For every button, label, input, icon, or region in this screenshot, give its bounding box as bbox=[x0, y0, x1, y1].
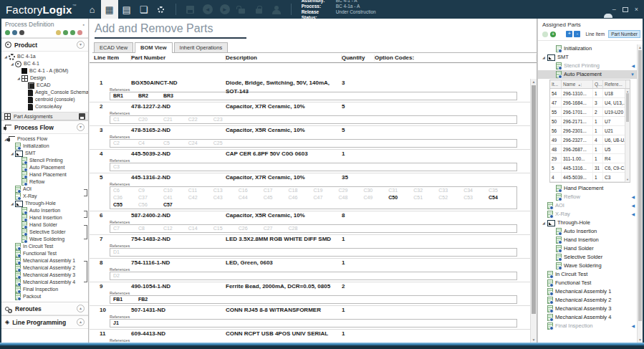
bom-row[interactable]: 8754-1116-1-NDLED, Green, 06031Reference… bbox=[90, 259, 530, 282]
unlock-icon[interactable] bbox=[234, 0, 251, 19]
tree-item-wave-soldering[interactable]: Wave Soldering bbox=[1, 236, 88, 243]
chevron-left-icon[interactable]: ◀ bbox=[631, 201, 635, 210]
tree-item-reflow[interactable]: Reflow bbox=[1, 178, 88, 186]
gear-icon[interactable] bbox=[153, 0, 170, 19]
grid-row[interactable]: 50296-2171...1U7 bbox=[550, 117, 630, 126]
redo-icon[interactable]: ► bbox=[216, 0, 234, 19]
grid-row[interactable]: 56296-2301...1U21 bbox=[550, 126, 630, 135]
tree-item-initialization[interactable]: Initialization bbox=[1, 143, 88, 150]
tree-item-aegis-console-schema-[interactable]: Aegis_Console Schema... bbox=[1, 89, 88, 96]
tree-item-consoleasy[interactable]: ConsoleAsy bbox=[1, 103, 88, 110]
assigned-tree-item-wave-soldering[interactable]: Wave Soldering bbox=[538, 262, 637, 270]
bom-row[interactable]: 6587-2400-2-NDCapacitor, X5R Ceramic, 10… bbox=[90, 211, 530, 235]
expand-section-icon[interactable]: ▴ bbox=[77, 305, 85, 312]
tree-item-auto-insertion[interactable]: Auto Insertion bbox=[1, 207, 88, 214]
restore-button[interactable] bbox=[623, 7, 628, 12]
minimize-button[interactable]: – bbox=[612, 6, 616, 13]
tree-item-x-ray[interactable]: X-Ray bbox=[1, 193, 88, 200]
tree-item-smt[interactable]: ◢SMT bbox=[1, 150, 88, 157]
tab-inherit-operations[interactable]: Inherit Operations bbox=[174, 42, 229, 52]
tree-item-auto-placement[interactable]: Auto Placement bbox=[1, 164, 88, 171]
scroll-up-icon[interactable]: ▲ bbox=[638, 45, 643, 49]
home-icon[interactable]: ⌂ bbox=[84, 0, 101, 19]
section-reroutes[interactable]: Reroutes ▴ bbox=[1, 302, 88, 315]
tree-item-stencil-printing[interactable]: Stencil Printing bbox=[1, 157, 88, 164]
tree-item-aoi[interactable]: AOI bbox=[1, 186, 88, 193]
release-icon[interactable] bbox=[268, 0, 285, 19]
scroll-thumb[interactable] bbox=[638, 50, 642, 321]
line-item-toggle[interactable]: Line Item bbox=[583, 31, 607, 37]
assigned-tree-item-mechanical-assembly-1[interactable]: Mechanical Assembly 1 bbox=[538, 287, 637, 296]
add-icon[interactable]: + bbox=[550, 32, 556, 37]
assigned-tree-item-mechanical-assembly-2[interactable]: Mechanical Assembly 2 bbox=[538, 296, 637, 305]
tree-item-design[interactable]: ◢Design bbox=[1, 75, 88, 82]
tree-item-process-flow[interactable]: ◢Process Flow bbox=[1, 135, 88, 143]
assigned-tree-item-stencil-printing[interactable]: Stencil Printing◀ bbox=[538, 62, 637, 70]
tree-item-packout[interactable]: Packout bbox=[1, 293, 88, 300]
assigned-tree-item-initialization[interactable]: Initialization bbox=[538, 44, 637, 53]
grid-row[interactable]: 55296-1701...2U19-U20 bbox=[550, 107, 630, 117]
tree-item-in-circuit-test[interactable]: In Circuit Test bbox=[1, 243, 88, 250]
chevron-down-icon[interactable]: ▼ bbox=[630, 70, 635, 79]
column-header[interactable]: Quantity bbox=[342, 54, 375, 61]
grid-column-header[interactable]: Q... bbox=[593, 80, 603, 88]
bom-row[interactable]: 4445-5039-2-NDCAP CER 6.8PF 50V C0G 0603… bbox=[90, 150, 530, 173]
status-icon-green[interactable] bbox=[5, 30, 10, 35]
expander-icon[interactable]: ◢ bbox=[542, 219, 547, 227]
assigned-tree-item-reflow[interactable]: Reflow◀ bbox=[538, 193, 637, 201]
windows-icon[interactable]: ❏ bbox=[135, 0, 153, 19]
column-header[interactable]: Part Number bbox=[131, 54, 226, 61]
tree-item-bc-4-1[interactable]: ◢BC 4-1 bbox=[1, 60, 88, 67]
tree-item-selective-solder[interactable]: Selective Solder bbox=[1, 229, 88, 236]
assigned-tree-item-through-hole[interactable]: ◢Through-Hole bbox=[538, 219, 637, 227]
grid-row[interactable]: 4445-5039...1C3 bbox=[550, 173, 630, 182]
documents-icon[interactable]: ▤ bbox=[118, 0, 135, 19]
pin-icon[interactable]: ▪ bbox=[83, 22, 85, 27]
status-icon-blue[interactable] bbox=[12, 30, 17, 35]
collapse-all-icon[interactable]: - bbox=[574, 31, 580, 37]
flag-icon-green[interactable] bbox=[63, 30, 68, 35]
bom-row[interactable]: 10507-1431-NDCONN RJ45 8-8 W/TRANSFORMER… bbox=[90, 306, 530, 330]
tree-item-mechanical-assembly-3[interactable]: Mechanical Assembly 3 bbox=[1, 272, 88, 279]
tree-item-bc-4-1a[interactable]: ◢BC 4-1a bbox=[1, 53, 88, 60]
assigned-tree-item-mechanical-assembly-4[interactable]: Mechanical Assembly 4 bbox=[538, 313, 637, 322]
tree-item-hand-placement[interactable]: Hand Placement bbox=[1, 171, 88, 178]
grid-row[interactable]: 29311-1.00...1R4 bbox=[550, 154, 630, 163]
column-header[interactable]: Line Item bbox=[94, 54, 131, 61]
bom-row[interactable]: 1BGX50AINCT-NDDiode, Bridge, Switching, … bbox=[90, 79, 530, 102]
tree-item-functional-test[interactable]: Functional Test bbox=[1, 250, 88, 257]
assigned-tree-item-hand-placement[interactable]: Hand Placement bbox=[538, 184, 637, 193]
assigned-tree-item-auto-placement[interactable]: Auto Placement▼ bbox=[538, 70, 637, 79]
undo-icon[interactable]: ◄ bbox=[199, 0, 216, 19]
scroll-thumb[interactable] bbox=[532, 85, 536, 314]
expand-all-icon[interactable]: + bbox=[566, 31, 572, 37]
expand-section-icon[interactable]: ▴ bbox=[77, 318, 85, 326]
assigned-tree-item-auto-insertion[interactable]: Auto Insertion bbox=[538, 227, 637, 236]
assigned-tree-item-hand-insertion[interactable]: Hand Insertion bbox=[538, 236, 637, 244]
bom-row[interactable]: 9490-1054-1-NDFerrite Bead, 2000mA, DCR=… bbox=[90, 282, 530, 306]
tree-item-hand-insertion[interactable]: Hand Insertion bbox=[1, 214, 88, 221]
column-header[interactable]: Option Codes: bbox=[375, 54, 537, 61]
bom-row[interactable]: 7754-1483-2-NDLED 3.5X2.8MM RGB WHITE DI… bbox=[90, 235, 530, 259]
lock-icon[interactable] bbox=[251, 0, 268, 19]
bom-row[interactable]: 11609-4413-NDCONN RCPT USB 4POS UNIV SER… bbox=[90, 330, 530, 343]
tree-item-centroid-console-[interactable]: centroid (console) bbox=[1, 96, 88, 103]
save-part-assignments-icon[interactable] bbox=[79, 113, 85, 120]
grid-scrollbar[interactable]: ▲▼ bbox=[625, 89, 630, 182]
chevron-left-icon[interactable]: ◀ bbox=[631, 210, 635, 219]
status-icon-dark[interactable] bbox=[19, 30, 24, 35]
assigned-tree-item-selective-solder[interactable]: Selective Solder bbox=[538, 253, 637, 262]
assigned-tree-item-smt[interactable]: ◢SMT bbox=[538, 53, 637, 62]
tree-item-mechanical-assembly-1[interactable]: Mechanical Assembly 1 bbox=[1, 257, 88, 264]
column-header[interactable]: Description bbox=[226, 54, 342, 61]
grid-row[interactable]: 54296-1310...1U18 bbox=[550, 89, 630, 98]
close-button[interactable]: × bbox=[635, 6, 638, 13]
grid-row[interactable]: 47296-1684...3U4, U13,... bbox=[550, 98, 630, 107]
tab-bom-view[interactable]: BOM View bbox=[135, 42, 173, 53]
bom-editor-icon[interactable]: ▦ bbox=[101, 0, 118, 19]
tree-item-hand-solder[interactable]: Hand Solder bbox=[1, 221, 88, 229]
bom-row[interactable]: 5445-1316-2-NDCapacitor, X7R Ceramic, 10… bbox=[90, 173, 530, 211]
assigned-tree-item-functional-test[interactable]: Functional Test bbox=[538, 279, 637, 287]
tree-item-ecad[interactable]: ECAD bbox=[1, 82, 88, 89]
check-icon-green[interactable] bbox=[70, 30, 75, 35]
